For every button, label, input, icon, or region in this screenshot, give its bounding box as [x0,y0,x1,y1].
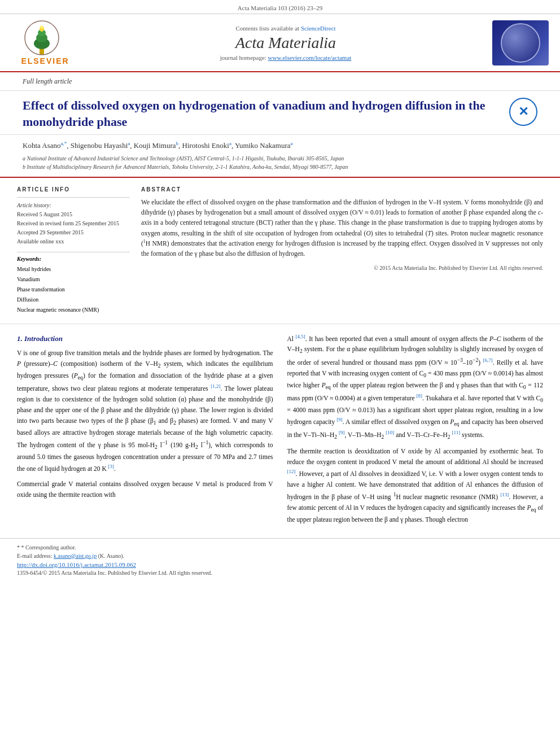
article-info-column: ARTICLE INFO Article history: Received 5… [17,186,130,315]
author-sep1: , Shigenobu Hayashi [67,142,128,150]
intro-paragraph-1: V is one of group five transition metals… [17,348,273,474]
crossmark-icon: ✕ [518,104,528,119]
affiliations: a National Institute of Advanced Industr… [23,154,537,171]
online-date: Available online xxx [17,237,130,246]
author-sep3: , Hirotoshi Enoki [178,142,229,150]
keywords-list: Metal hydrides Vanadium Phase transforma… [17,264,130,315]
keyword-5: Nuclear magnetic resonance (NMR) [17,305,130,315]
journal-reference: Acta Materialia 103 (2016) 23–29 [238,5,322,11]
author-kohta: Kohta Asano [23,142,61,150]
history-heading: Article history: [17,201,130,210]
article-type-bar: Full length article [0,72,560,91]
acta-materialia-logo [492,20,549,65]
issn-line: 1359-6454/© 2015 Acta Materialia Inc. Pu… [17,570,543,576]
revised-date: Received in revised form 25 September 20… [17,219,130,228]
abstract-column: ABSTRACT We elucidate the effect of diss… [141,186,543,315]
keyword-1: Metal hydrides [17,264,130,274]
author-email[interactable]: k.asano@aist.go.jp [54,553,97,559]
author-sep2: , Kouji Mimura [130,142,176,150]
elsevier-logo: ELSEVIER [11,20,79,65]
affiliation-a: a National Institute of Advanced Industr… [23,154,537,163]
info-abstract-section: ARTICLE INFO Article history: Received 5… [0,178,560,324]
received-date: Received 5 August 2015 [17,210,130,219]
contents-label: Contents lists available at [235,25,299,32]
keyword-2: Vanadium [17,274,130,285]
body-left-column: 1. Introduction V is one of group five t… [17,333,273,530]
elsevier-wordmark: ELSEVIER [21,56,69,65]
author-kohta-affil: a,* [61,141,67,146]
doi-link[interactable]: http://dx.doi.org/10.1016/j.actamat.2015… [17,561,543,568]
email-label: E-mail address: [17,553,52,559]
intro-paragraph-2: Commercial grade V material contains dis… [17,479,273,500]
elsevier-tree-icon [20,20,71,56]
crossmark-badge[interactable]: ✕ [509,98,537,126]
journal-reference-bar: Acta Materialia 103 (2016) 23–29 [0,0,560,14]
accepted-date: Accepted 29 September 2015 [17,228,130,237]
author-sep4: , Yumiko Nakamura [231,142,291,150]
body-section: 1. Introduction V is one of group five t… [0,324,560,538]
body-right-column: Al [4,5]. It has been reported that even… [287,333,544,530]
homepage-label: journal homepage: [220,54,266,61]
right-paragraph-2: The thermite reaction is deoxidization o… [287,446,544,525]
article-title: Effect of dissolved oxygen on hydrogenat… [23,98,498,130]
article-history: Article history: Received 5 August 2015 … [17,197,130,246]
keyword-3: Phase transformation [17,285,130,295]
footnote-star: * [17,544,21,551]
doi-anchor[interactable]: http://dx.doi.org/10.1016/j.actamat.2015… [17,561,136,568]
article-title-section: Effect of dissolved oxygen on hydrogenat… [0,91,560,135]
journal-name: Acta Materialia [79,34,492,52]
corresponding-author-note: * * Corresponding author. [17,544,543,551]
corresponding-label: * Corresponding author. [21,544,76,551]
copyright-line: © 2015 Acta Materialia Inc. Published by… [141,265,543,271]
homepage-link[interactable]: www.elsevier.com/locate/actamat [268,54,352,61]
authors-list: Kohta Asanoa,*, Shigenobu Hayashia, Kouj… [23,141,537,150]
svg-point-5 [41,25,43,29]
email-suffix: (K. Asano). [98,553,124,559]
affiliation-b: b Institute of Multidisciplinary Researc… [23,163,537,171]
journal-header: ELSEVIER Contents lists available at Sci… [0,14,560,72]
footer-section: * * Corresponding author. E-mail address… [0,538,560,579]
sciencedirect-link[interactable]: ScienceDirect [301,25,336,32]
email-note: E-mail address: k.asano@aist.go.jp (K. A… [17,553,543,559]
abstract-text: We elucidate the effect of dissolved oxy… [141,197,543,259]
author-nakamura-affil: a [291,141,293,146]
keywords-section: Keywords: Metal hydrides Vanadium Phase … [17,252,130,315]
journal-homepage-line: journal homepage: www.elsevier.com/locat… [79,54,492,61]
abstract-heading: ABSTRACT [141,186,543,193]
journal-title-center: Contents lists available at ScienceDirec… [79,25,492,61]
page-wrapper: Acta Materialia 103 (2016) 23–29 ELSEVIE… [0,0,560,579]
keywords-title: Keywords: [17,256,130,262]
acta-logo-graphic [501,23,540,63]
right-paragraph-1: Al [4,5]. It has been reported that even… [287,333,544,442]
contents-available-line: Contents lists available at ScienceDirec… [79,25,492,32]
article-type-label: Full length article [23,77,72,85]
keyword-4: Diffusion [17,295,130,305]
article-info-heading: ARTICLE INFO [17,186,130,193]
introduction-heading: 1. Introduction [17,333,273,344]
authors-section: Kohta Asanoa,*, Shigenobu Hayashia, Kouj… [0,135,560,177]
